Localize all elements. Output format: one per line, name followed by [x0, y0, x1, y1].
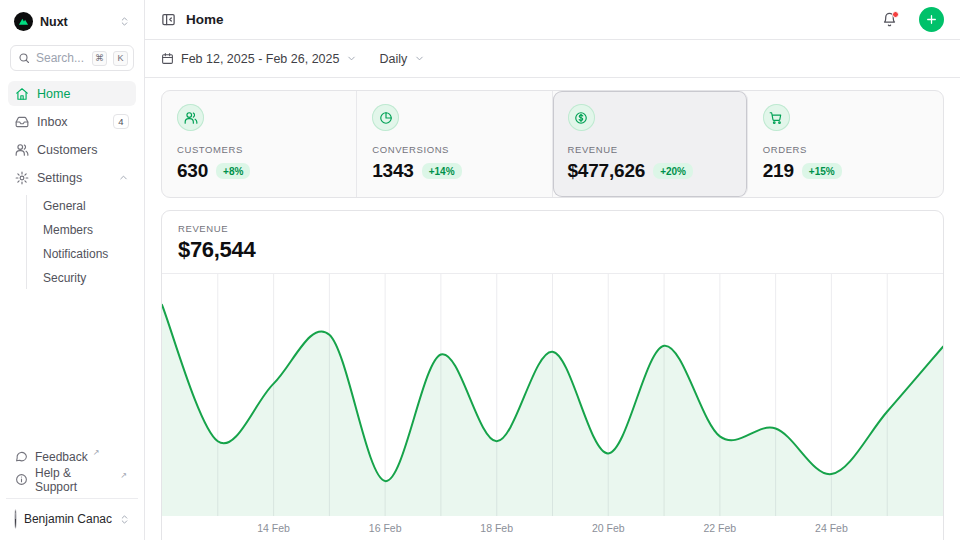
kbd-k: K — [113, 51, 128, 66]
revenue-area-chart[interactable] — [162, 274, 943, 516]
stat-value: 630 — [177, 160, 208, 182]
subnav-label: Security — [43, 271, 86, 285]
sidebar-item-settings[interactable]: Settings — [8, 165, 136, 190]
chevron-up-down-icon — [119, 514, 130, 525]
page-header: Home — [145, 0, 960, 40]
sidebar-item-label: Home — [37, 87, 129, 101]
chart-canvas — [162, 274, 943, 516]
dashboard-content: CUSTOMERS 630 +8% CONVERSIONS 1343 +14% — [145, 78, 960, 540]
stat-label: ORDERS — [763, 144, 928, 155]
stat-card-customers[interactable]: CUSTOMERS 630 +8% — [162, 91, 357, 197]
collapse-sidebar-button[interactable] — [161, 12, 176, 27]
x-axis-tick-label: 16 Feb — [369, 522, 402, 534]
external-link-icon: ↗ — [93, 448, 100, 457]
chart-title: REVENUE — [178, 223, 927, 234]
user-name: Benjamin Canac — [24, 512, 112, 526]
x-axis-tick-label: 14 Feb — [257, 522, 290, 534]
stat-delta-badge: +14% — [422, 163, 462, 179]
stat-label: REVENUE — [568, 144, 732, 155]
notifications-button[interactable] — [882, 12, 897, 27]
nuxt-logo-icon — [14, 12, 33, 31]
chart-x-axis: 14 Feb16 Feb18 Feb20 Feb22 Feb24 Feb — [162, 516, 943, 540]
sidebar-item-members[interactable]: Members — [39, 219, 136, 241]
date-range-picker[interactable]: Feb 12, 2025 - Feb 26, 2025 — [161, 52, 357, 66]
help-support-link[interactable]: Help & Support ↗ — [8, 468, 136, 491]
stat-card-conversions[interactable]: CONVERSIONS 1343 +14% — [357, 91, 552, 197]
x-axis-tick-label: 22 Feb — [703, 522, 736, 534]
gear-icon — [15, 171, 29, 185]
sidebar-divider — [6, 498, 138, 499]
stats-row: CUSTOMERS 630 +8% CONVERSIONS 1343 +14% — [161, 90, 944, 198]
main-area: Home Feb 12, 2025 - Feb 26, 2025 Daily — [145, 0, 960, 540]
inbox-icon — [15, 115, 29, 129]
search-input[interactable]: Search... ⌘ K — [10, 45, 134, 71]
users-icon — [15, 143, 29, 157]
sidebar-item-label: Inbox — [37, 115, 105, 129]
stat-label: CONVERSIONS — [372, 144, 536, 155]
sidebar-spacer — [8, 289, 136, 445]
user-menu[interactable]: Benjamin Canac — [8, 506, 136, 532]
granularity-select[interactable]: Daily — [379, 52, 425, 66]
sidebar-item-label: Customers — [37, 143, 129, 157]
info-icon — [15, 473, 28, 486]
page-title: Home — [186, 12, 872, 27]
sidebar-item-inbox[interactable]: Inbox 4 — [8, 109, 136, 134]
settings-subnav: General Members Notifications Security — [26, 195, 136, 289]
stat-value: 1343 — [372, 160, 413, 182]
sidebar-item-customers[interactable]: Customers — [8, 137, 136, 162]
sidebar-nav: Home Inbox 4 Customers Settings Genera — [8, 81, 136, 289]
help-support-label: Help & Support — [35, 466, 115, 494]
workspace-name: Nuxt — [40, 15, 112, 29]
cart-icon — [763, 104, 790, 131]
stat-value: $477,626 — [568, 160, 646, 182]
stat-card-orders[interactable]: ORDERS 219 +15% — [748, 91, 943, 197]
chevron-down-icon — [414, 53, 425, 64]
subnav-label: Members — [43, 223, 93, 237]
kbd-cmd: ⌘ — [92, 51, 107, 66]
search-placeholder: Search... — [36, 51, 86, 65]
search-icon — [18, 52, 30, 64]
x-axis-tick-label: 20 Feb — [592, 522, 625, 534]
external-link-icon: ↗ — [120, 471, 127, 480]
x-axis-tick-label: 24 Feb — [815, 522, 848, 534]
chevron-up-down-icon — [119, 16, 130, 27]
x-axis-tick-label: 18 Feb — [480, 522, 513, 534]
sidebar-item-notifications[interactable]: Notifications — [39, 243, 136, 265]
stat-card-revenue[interactable]: REVENUE $477,626 +20% — [553, 91, 748, 197]
subnav-label: General — [43, 199, 86, 213]
stat-value: 219 — [763, 160, 794, 182]
chevron-down-icon — [346, 53, 357, 64]
stat-delta-badge: +20% — [653, 163, 693, 179]
notification-dot — [892, 11, 899, 18]
chat-bubble-icon — [15, 450, 28, 463]
filters-toolbar: Feb 12, 2025 - Feb 26, 2025 Daily — [145, 40, 960, 78]
stat-delta-badge: +8% — [216, 163, 250, 179]
chevron-up-icon — [118, 172, 129, 183]
stat-delta-badge: +15% — [802, 163, 842, 179]
chart-total-value: $76,544 — [178, 237, 927, 263]
pie-chart-icon — [372, 104, 399, 131]
sidebar-item-general[interactable]: General — [39, 195, 136, 217]
granularity-label: Daily — [379, 52, 407, 66]
sidebar-item-security[interactable]: Security — [39, 267, 136, 289]
inbox-count-badge: 4 — [113, 114, 129, 129]
date-range-label: Feb 12, 2025 - Feb 26, 2025 — [181, 52, 339, 66]
dollar-circle-icon — [568, 104, 595, 131]
home-icon — [15, 87, 29, 101]
sidebar-item-label: Settings — [37, 171, 110, 185]
feedback-label: Feedback — [35, 450, 88, 464]
users-icon — [177, 104, 204, 131]
avatar — [14, 509, 17, 529]
add-button[interactable] — [919, 7, 944, 32]
subnav-label: Notifications — [43, 247, 108, 261]
stat-label: CUSTOMERS — [177, 144, 341, 155]
calendar-icon — [161, 52, 174, 65]
workspace-selector[interactable]: Nuxt — [8, 8, 136, 35]
revenue-chart-card: REVENUE $76,544 14 Feb16 Feb18 Feb20 Feb… — [161, 210, 944, 540]
sidebar-item-home[interactable]: Home — [8, 81, 136, 106]
chart-header: REVENUE $76,544 — [162, 211, 943, 274]
sidebar: Nuxt Search... ⌘ K Home Inbox 4 — [0, 0, 145, 540]
